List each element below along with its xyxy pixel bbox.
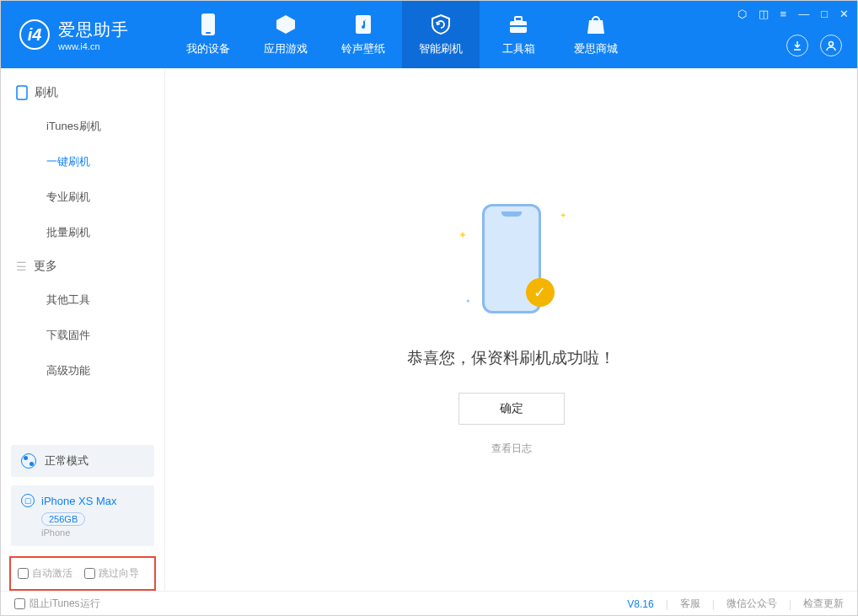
success-message: 恭喜您，保资料刷机成功啦！ (407, 347, 615, 369)
svg-rect-5 (510, 25, 527, 27)
footer-service[interactable]: 客服 (680, 597, 700, 611)
list-icon: ☰ (16, 260, 27, 273)
device-info[interactable]: ▢ iPhone XS Max 256GB iPhone (11, 485, 154, 546)
svg-rect-1 (206, 32, 211, 34)
tab-toolbox[interactable]: 工具箱 (480, 1, 557, 68)
svg-rect-7 (17, 86, 27, 99)
bag-icon (584, 13, 608, 36)
download-button[interactable] (786, 35, 808, 56)
svg-point-6 (829, 42, 834, 46)
maximize-button[interactable]: □ (821, 8, 828, 20)
footer: 阻止iTunes运行 V8.16 | 客服 | 微信公众号 | 检查更新 (1, 591, 857, 616)
sidebar-item-itunes[interactable]: iTunes刷机 (1, 109, 164, 144)
device-storage: 256GB (41, 512, 85, 526)
music-icon (351, 13, 375, 36)
device-phone-icon: ▢ (21, 494, 35, 507)
user-button[interactable] (820, 35, 842, 56)
tab-ringtone[interactable]: 铃声壁纸 (324, 1, 402, 68)
sidebar-item-firmware[interactable]: 下载固件 (1, 318, 164, 353)
minimize-button[interactable]: — (798, 8, 809, 20)
tab-store[interactable]: 爱思商城 (557, 1, 635, 68)
sidebar-item-other[interactable]: 其他工具 (1, 282, 164, 318)
app-header: i4 爱思助手 www.i4.cn 我的设备 应用游戏 铃声壁纸 智能刷机 工具… (1, 1, 857, 68)
app-domain: www.i4.cn (58, 41, 129, 51)
device-name: iPhone XS Max (41, 495, 117, 507)
view-log-link[interactable]: 查看日志 (491, 442, 532, 456)
sidebar-group-flash: 刷机 (1, 77, 164, 109)
window-controls: ⬡ ◫ ≡ — □ ✕ (737, 8, 849, 20)
ok-button[interactable]: 确定 (458, 393, 565, 425)
checkbox-block-itunes[interactable]: 阻止iTunes运行 (14, 597, 100, 611)
toolbox-icon (507, 13, 530, 36)
tab-apps[interactable]: 应用游戏 (247, 1, 324, 68)
tshirt-icon[interactable]: ⬡ (737, 8, 747, 20)
logo: i4 爱思助手 www.i4.cn (1, 19, 169, 51)
nav-tabs: 我的设备 应用游戏 铃声壁纸 智能刷机 工具箱 爱思商城 (169, 1, 635, 68)
sidebar: 刷机 iTunes刷机 一键刷机 专业刷机 批量刷机 ☰ 更多 其他工具 下载固… (1, 68, 165, 591)
close-button[interactable]: ✕ (839, 8, 849, 20)
flash-options: 自动激活 跳过向导 (9, 556, 156, 591)
sidebar-item-pro[interactable]: 专业刷机 (1, 179, 164, 215)
device-type: iPhone (41, 528, 144, 538)
check-badge-icon: ✓ (526, 278, 555, 307)
logo-icon: i4 (19, 19, 50, 50)
header-actions (786, 35, 842, 56)
shield-refresh-icon (429, 13, 453, 36)
checkbox-auto-activate[interactable]: 自动激活 (18, 566, 72, 581)
mode-icon (21, 453, 36, 469)
main-content: ✦ ✦ ✦ ✓ 恭喜您，保资料刷机成功啦！ 确定 查看日志 (165, 68, 857, 591)
tab-flash[interactable]: 智能刷机 (402, 1, 480, 68)
sidebar-item-oneclick[interactable]: 一键刷机 (1, 144, 164, 179)
tab-my-device[interactable]: 我的设备 (169, 1, 247, 68)
checkbox-skip-guide[interactable]: 跳过向导 (84, 566, 139, 581)
menu-icon[interactable]: ≡ (780, 8, 787, 20)
lock-icon[interactable]: ◫ (759, 8, 769, 20)
svg-rect-4 (515, 17, 522, 21)
phone-icon (196, 13, 220, 36)
sidebar-item-advanced[interactable]: 高级功能 (1, 353, 164, 388)
sidebar-group-more: ☰ 更多 (1, 250, 164, 282)
footer-update[interactable]: 检查更新 (803, 597, 844, 611)
cube-icon (274, 13, 298, 36)
success-illustration: ✦ ✦ ✦ ✓ (474, 204, 550, 322)
device-mode[interactable]: 正常模式 (11, 445, 154, 477)
phone-outline-icon (16, 85, 28, 100)
sidebar-item-batch[interactable]: 批量刷机 (1, 215, 164, 250)
app-name: 爱思助手 (58, 19, 129, 41)
footer-wechat[interactable]: 微信公众号 (727, 597, 777, 611)
version-label: V8.16 (627, 598, 653, 610)
